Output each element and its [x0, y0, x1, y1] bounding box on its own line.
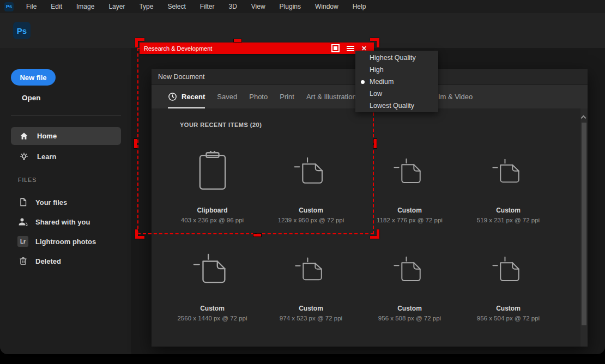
recent-item[interactable]: Custom1239 x 950 px @ 72 ppi [262, 144, 360, 242]
menu-item-high[interactable]: High [355, 64, 438, 76]
menu-view[interactable]: View [244, 0, 273, 13]
tab-saved[interactable]: Saved [217, 85, 237, 108]
item-size: 1239 x 950 px @ 72 ppi [278, 217, 344, 223]
menu-3d[interactable]: 3D [221, 0, 244, 13]
item-name: Custom [496, 305, 521, 312]
sidebar-divider [11, 116, 121, 116]
menubar: Ps FileEditImageLayerTypeSelectFilter3DV… [0, 0, 605, 13]
dialog-title: New Document [158, 73, 204, 81]
tab-label: Art & Illustration [306, 93, 356, 101]
capture-corner-handle[interactable] [135, 229, 144, 239]
item-size: 974 x 523 px @ 72 ppi [280, 315, 342, 321]
menu-layer[interactable]: Layer [101, 0, 132, 13]
item-size: 1182 x 776 px @ 72 ppi [377, 217, 443, 223]
menu-items: FileEditImageLayerTypeSelectFilter3DView… [19, 0, 373, 13]
item-name: Custom [496, 207, 521, 214]
menu-filter[interactable]: Filter [193, 0, 222, 13]
menu-file[interactable]: File [19, 0, 44, 13]
clipboard-icon [198, 144, 227, 198]
menu-item-label: High [370, 66, 384, 74]
tab-art-illustration[interactable]: Art & Illustration [306, 85, 356, 108]
recent-items-grid: Clipboard403 x 236 px @ 96 ppi Custom123… [163, 144, 558, 341]
capture-titlebar[interactable]: Research & Development ✕ [140, 43, 374, 54]
recent-item[interactable]: Custom2560 x 1440 px @ 72 ppi [163, 242, 262, 341]
screen: Ps FileEditImageLayerTypeSelectFilter3DV… [0, 0, 605, 364]
tab-photo[interactable]: Photo [249, 85, 268, 108]
sidebar: New file Open Home Learn FILES [0, 48, 131, 354]
new-file-button[interactable]: New file [11, 69, 56, 86]
custom-doc-icon [192, 242, 233, 296]
menu-item-medium[interactable]: Medium [355, 76, 438, 88]
menu-icon[interactable] [347, 48, 354, 49]
home-icon [19, 132, 29, 141]
sidebar-item-your-files[interactable]: Your files [11, 193, 121, 211]
quality-menu: Highest Quality High Medium Low Lowest Q… [355, 51, 438, 112]
tab-label: Film & Video [433, 93, 473, 101]
sidebar-item-label: Learn [37, 153, 56, 161]
capture-edge-handle[interactable] [134, 139, 137, 148]
custom-doc-icon [393, 144, 427, 198]
menu-item-label: Low [370, 90, 382, 98]
tab-recent[interactable]: Recent [168, 85, 205, 108]
tab-label: Print [280, 93, 294, 101]
sidebar-item-label: Home [37, 132, 57, 140]
recent-item[interactable]: Custom519 x 231 px @ 72 ppi [459, 144, 558, 242]
lr-icon: Lr [17, 236, 29, 247]
open-button[interactable]: Open [22, 94, 41, 102]
menu-item-lowest-quality[interactable]: Lowest Quality [355, 100, 438, 112]
menu-item-label: Highest Quality [370, 54, 416, 62]
item-name: Custom [299, 207, 323, 214]
recent-item[interactable]: Clipboard403 x 236 px @ 96 ppi [163, 144, 262, 242]
recent-item[interactable]: Custom956 x 508 px @ 72 ppi [360, 242, 459, 341]
tab-film-video[interactable]: Film & Video [433, 85, 473, 108]
menu-item-label: Lowest Quality [370, 102, 414, 110]
menu-plugins[interactable]: Plugins [273, 0, 308, 13]
region-icon[interactable] [331, 44, 340, 52]
custom-doc-icon [294, 242, 328, 296]
sidebar-item-home[interactable]: Home [11, 127, 121, 145]
tab-label: Photo [249, 93, 268, 101]
sidebar-item-shared[interactable]: Shared with you [11, 213, 121, 231]
menu-image[interactable]: Image [69, 0, 101, 13]
tab-print[interactable]: Print [280, 85, 294, 108]
recent-item[interactable]: Custom956 x 504 px @ 72 ppi [459, 242, 558, 341]
recent-items-heading: YOUR RECENT ITEMS (20) [180, 122, 262, 128]
custom-doc-icon [293, 144, 329, 198]
menu-window[interactable]: Window [308, 0, 346, 13]
capture-corner-handle[interactable] [370, 229, 379, 239]
custom-doc-icon [393, 242, 427, 296]
sidebar-item-learn[interactable]: Learn [11, 148, 121, 166]
custom-doc-icon [492, 144, 525, 198]
custom-doc-icon [492, 242, 525, 296]
menu-select[interactable]: Select [160, 0, 192, 13]
item-name: Custom [200, 305, 225, 312]
sidebar-item-label: Deleted [35, 257, 61, 265]
menu-help[interactable]: Help [346, 0, 373, 13]
menu-type[interactable]: Type [132, 0, 160, 13]
lightbulb-icon [19, 153, 29, 161]
capture-title: Research & Development [144, 45, 331, 52]
item-name: Clipboard [197, 207, 228, 214]
sidebar-item-lightroom[interactable]: Lr Lightroom photos [11, 232, 121, 251]
sidebar-item-deleted[interactable]: Deleted [11, 252, 121, 270]
files-heading: FILES [18, 177, 37, 183]
item-size: 956 x 504 px @ 72 ppi [477, 315, 540, 321]
menu-item-highest-quality[interactable]: Highest Quality [355, 52, 438, 64]
capture-edge-handle[interactable] [374, 139, 377, 148]
selected-bullet-icon [361, 80, 365, 84]
tab-label: Recent [182, 93, 205, 101]
item-name: Custom [397, 207, 422, 214]
recent-item[interactable]: Custom974 x 523 px @ 72 ppi [262, 242, 360, 341]
menu-item-label: Medium [370, 78, 394, 86]
item-size: 2560 x 1440 px @ 72 ppi [177, 315, 247, 321]
item-size: 519 x 231 px @ 72 ppi [477, 217, 540, 223]
capture-edge-handle[interactable] [253, 234, 261, 236]
people-icon [17, 217, 29, 226]
recent-item[interactable]: Custom1182 x 776 px @ 72 ppi [360, 144, 459, 242]
scrollbar-thumb[interactable] [582, 123, 586, 325]
menu-item-low[interactable]: Low [355, 88, 438, 100]
sidebar-item-label: Lightroom photos [35, 238, 96, 246]
item-size: 403 x 236 px @ 96 ppi [181, 217, 244, 223]
menu-edit[interactable]: Edit [44, 0, 69, 13]
capture-edge-handle[interactable] [234, 39, 241, 42]
